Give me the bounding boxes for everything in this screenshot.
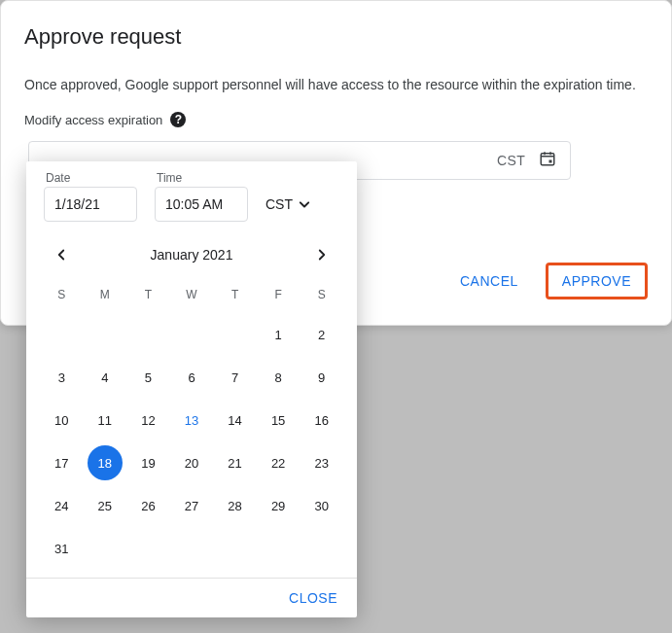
calendar-day[interactable]: 5 — [126, 356, 170, 399]
month-label: January 2021 — [151, 247, 233, 263]
dialog-actions: CANCEL APPROVE — [446, 263, 648, 299]
close-button[interactable]: CLOSE — [289, 590, 337, 606]
calendar-day[interactable]: 16 — [300, 399, 343, 441]
day-of-week: S — [300, 278, 343, 313]
calendar-day[interactable]: 2 — [300, 313, 343, 356]
calendar-day[interactable]: 27 — [170, 484, 214, 527]
time-field: Time — [155, 171, 248, 222]
calendar-day[interactable]: 11 — [84, 399, 127, 441]
calendar-day[interactable]: 10 — [40, 399, 84, 441]
calendar-day[interactable]: 4 — [84, 356, 127, 399]
calendar-blank — [40, 313, 84, 356]
date-label: Date — [46, 171, 137, 185]
day-of-week: M — [84, 278, 127, 313]
time-input[interactable] — [155, 187, 248, 222]
next-month-button[interactable] — [306, 239, 337, 270]
day-of-week: T — [126, 278, 170, 313]
calendar-day[interactable]: 26 — [126, 484, 170, 527]
calendar-grid: SMTWTFS123456789101112131415161718192021… — [26, 278, 357, 578]
svg-rect-1 — [549, 159, 552, 162]
calendar-blank — [170, 313, 214, 356]
calendar-day[interactable]: 3 — [40, 356, 84, 399]
calendar-blank — [84, 313, 127, 356]
calendar-day[interactable]: 18 — [84, 441, 127, 484]
calendar-day[interactable]: 31 — [40, 527, 84, 570]
calendar-blank — [213, 313, 257, 356]
prev-month-button[interactable] — [46, 239, 77, 270]
day-of-week: T — [213, 278, 257, 313]
calendar-day[interactable]: 28 — [213, 484, 257, 527]
calendar-day[interactable]: 24 — [40, 484, 84, 527]
calendar-day[interactable]: 20 — [170, 441, 214, 484]
timezone-select[interactable]: CST — [265, 194, 314, 222]
day-of-week: S — [40, 278, 84, 313]
calendar-day[interactable]: 19 — [126, 441, 170, 484]
date-input[interactable] — [44, 187, 137, 222]
calendar-day[interactable]: 6 — [170, 356, 214, 399]
date-field: Date — [44, 171, 137, 222]
calendar-day[interactable]: 9 — [300, 356, 343, 399]
expiration-label: Modify access expiration — [24, 113, 162, 127]
day-of-week: F — [257, 278, 301, 313]
chevron-right-icon — [313, 246, 331, 264]
calendar-day[interactable]: 12 — [126, 399, 170, 441]
calendar-day[interactable]: 7 — [213, 356, 257, 399]
calendar-icon — [539, 150, 556, 172]
calendar-day[interactable]: 14 — [213, 399, 257, 441]
calendar-day[interactable]: 21 — [213, 441, 257, 484]
calendar-day[interactable]: 17 — [40, 441, 84, 484]
calendar-day[interactable]: 29 — [257, 484, 301, 527]
month-navigation: January 2021 — [26, 228, 357, 278]
approve-button[interactable]: APPROVE — [548, 265, 645, 297]
chevron-down-icon — [295, 194, 314, 214]
calendar-day[interactable]: 30 — [300, 484, 343, 527]
day-of-week: W — [170, 278, 214, 313]
time-label: Time — [157, 171, 248, 185]
dialog-title: Approve request — [24, 24, 648, 50]
picker-inputs: Date Time CST — [26, 171, 357, 228]
svg-rect-0 — [541, 153, 554, 164]
calendar-day[interactable]: 13 — [170, 399, 214, 441]
picker-footer: CLOSE — [26, 578, 357, 617]
cancel-button[interactable]: CANCEL — [446, 264, 532, 299]
calendar-day[interactable]: 1 — [257, 313, 301, 356]
help-icon[interactable]: ? — [170, 112, 186, 127]
approve-highlight: APPROVE — [546, 263, 648, 299]
timezone-label: CST — [265, 196, 293, 212]
calendar-day[interactable]: 23 — [300, 441, 343, 484]
expiration-section: Modify access expiration ? — [24, 112, 648, 127]
date-picker-popover: Date Time CST January 2021 SMTWTFS123456… — [26, 161, 357, 617]
calendar-day[interactable]: 15 — [257, 399, 301, 441]
datetime-tz: CST — [497, 153, 525, 168]
calendar-blank — [126, 313, 170, 356]
calendar-day[interactable]: 25 — [84, 484, 127, 527]
calendar-day[interactable]: 22 — [257, 441, 301, 484]
chevron-left-icon — [53, 246, 70, 264]
dialog-body: Once approved, Google support personnel … — [24, 77, 648, 92]
calendar-day[interactable]: 8 — [257, 356, 301, 399]
